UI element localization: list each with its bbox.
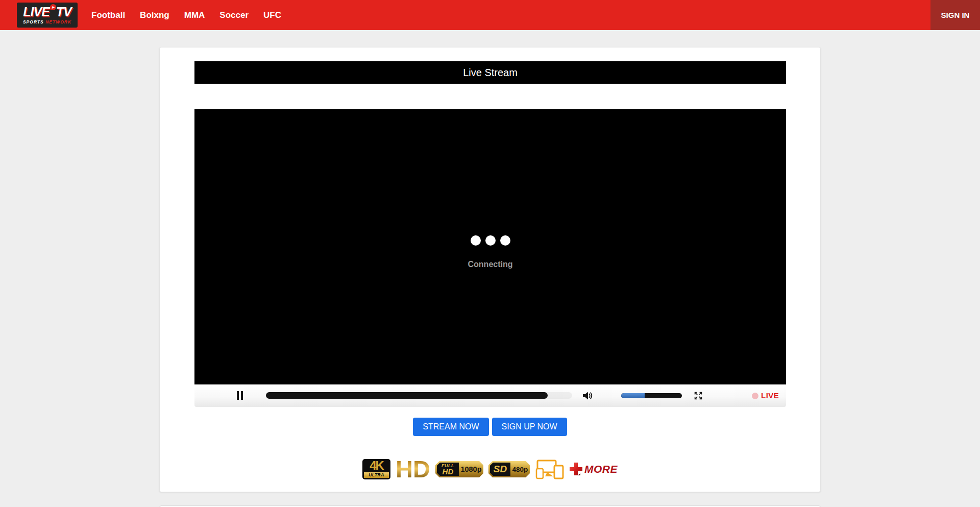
logo-tv-text: TV xyxy=(56,6,71,18)
devices-icon xyxy=(535,459,564,479)
logo-network-text: NETWORK xyxy=(45,19,71,25)
loading-dot xyxy=(485,235,496,246)
volume-fill xyxy=(621,393,645,398)
badge-full-hd-1080p: FULL HD 1080p xyxy=(435,461,483,477)
badge-sd-480p: SD 480p xyxy=(488,461,530,477)
nav-item-ufc[interactable]: UFC xyxy=(263,10,281,20)
badge-ultra-text: ULTRA xyxy=(364,472,389,478)
plus-icon xyxy=(569,462,583,476)
logo-subtitle: SPORTS NETWORK xyxy=(23,19,71,25)
badge-hd: HD xyxy=(396,459,430,479)
nav-item-boixng[interactable]: Boixng xyxy=(140,10,169,20)
stream-header-title: Live Stream xyxy=(194,61,786,84)
badge-fullhd-res: 1080p xyxy=(459,465,483,473)
badge-sd-res: 480p xyxy=(510,466,530,473)
badge-fullhd-hd-text: HD xyxy=(443,468,454,475)
main-nav: Football Boixng MMA Soccer UFC xyxy=(91,0,281,30)
loading-dots xyxy=(194,235,786,246)
sign-up-now-button[interactable]: SIGN UP NOW xyxy=(492,418,567,436)
nav-item-mma[interactable]: MMA xyxy=(184,10,205,20)
stream-now-button[interactable]: STREAM NOW xyxy=(413,418,488,436)
top-navbar: LIVE ▶ TV SPORTS NETWORK Football Boixng… xyxy=(0,0,980,30)
logo-sports-text: SPORTS xyxy=(23,19,44,25)
site-logo[interactable]: LIVE ▶ TV SPORTS NETWORK xyxy=(17,3,78,28)
video-player[interactable]: Connecting xyxy=(194,109,786,384)
nav-item-football[interactable]: Football xyxy=(91,10,125,20)
badge-4k-ultra: 4K ULTRA xyxy=(362,459,390,479)
sign-in-button[interactable]: SIGN IN xyxy=(930,0,980,30)
badge-sd-left: SD xyxy=(490,463,510,476)
live-label: LIVE xyxy=(761,391,779,400)
progress-bar[interactable] xyxy=(266,392,572,399)
progress-fill xyxy=(266,392,548,399)
nav-item-soccer[interactable]: Soccer xyxy=(219,10,249,20)
logo-live-text: LIVE xyxy=(23,6,50,18)
fullscreen-icon[interactable] xyxy=(694,391,703,400)
badge-more-text: MORE xyxy=(584,463,618,475)
quality-badges-row: 4K ULTRA HD FULL HD 1080p SD 480p xyxy=(160,459,820,479)
speaker-icon[interactable] xyxy=(582,391,594,401)
badge-4k-text: 4K xyxy=(362,459,390,472)
player-card: Live Stream Connecting xyxy=(159,47,821,492)
volume-slider[interactable] xyxy=(621,393,682,398)
loading-dot xyxy=(471,235,481,246)
badge-more: MORE xyxy=(569,462,618,476)
player-controls-bar: LIVE xyxy=(194,384,786,407)
connecting-status: Connecting xyxy=(194,260,786,269)
logo-title: LIVE ▶ TV xyxy=(23,6,71,18)
cta-row: STREAM NOW SIGN UP NOW xyxy=(160,418,820,436)
live-indicator-dot xyxy=(752,393,758,399)
pause-icon[interactable] xyxy=(237,391,243,400)
loading-dot xyxy=(500,235,510,246)
play-icon: ▶ xyxy=(50,4,56,10)
badge-fullhd-left: FULL HD xyxy=(437,463,459,476)
